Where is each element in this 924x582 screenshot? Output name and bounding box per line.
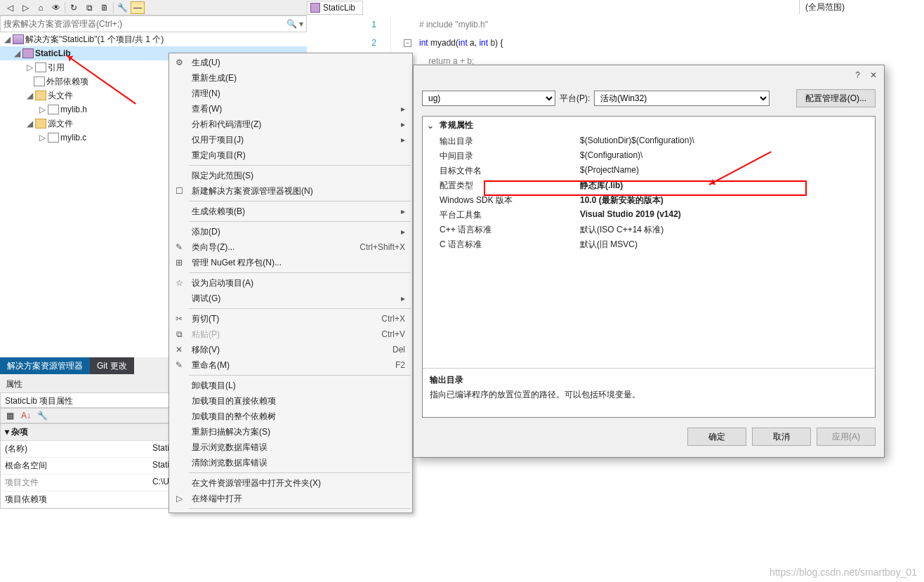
menu-item[interactable]: ✂剪切(T)Ctrl+X (169, 311, 412, 326)
search-icon: 🔍 ▾ (286, 19, 303, 29)
menu-icon: ✎ (172, 242, 186, 252)
apply-button[interactable]: 应用(A) (817, 428, 876, 446)
config-property-row[interactable]: 配置类型静态库(.lib) (423, 178, 875, 193)
scope-dropdown[interactable]: (全局范围) (799, 0, 850, 14)
menu-icon: ✂ (172, 314, 186, 324)
watermark: https://blog.csdn.net/smartboy_01 (770, 567, 917, 578)
menu-item[interactable]: 在文件资源管理器中打开文件夹(X) (169, 475, 412, 491)
config-property-row[interactable]: 中间目录$(Configuration)\ (423, 149, 875, 164)
ok-button[interactable]: 确定 (687, 428, 746, 446)
editor-tab-label: StaticLib (323, 3, 355, 13)
menu-icon: ✕ (172, 345, 186, 355)
menu-icon: ⧉ (172, 329, 186, 339)
menu-item[interactable]: 清除浏览数据库错误 (169, 455, 412, 470)
configuration-select[interactable]: ug) (422, 91, 555, 106)
menu-icon: ▷ (172, 494, 186, 503)
menu-item[interactable]: ✎类向导(Z)...Ctrl+Shift+X (169, 239, 412, 255)
menu-item[interactable]: 加载项目的直接依赖项 (169, 393, 412, 409)
fold-icon[interactable]: − (404, 39, 411, 47)
menu-item[interactable]: ☐新建解决方案资源管理器视图(N) (169, 183, 412, 199)
alpha-sort-icon[interactable]: A↓ (19, 409, 33, 422)
menu-item[interactable]: 调试(G)▸ (169, 291, 412, 306)
menu-item[interactable]: ✎重命名(M)F2 (169, 357, 412, 373)
property-pages-dialog: ? ✕ ug) 平台(P): 活动(Win32) 配置管理器(O)... ⌄常规… (413, 65, 885, 458)
menu-icon: ☐ (172, 186, 186, 196)
menu-icon: ☆ (172, 278, 186, 288)
properties-icon[interactable]: 🗎 (98, 1, 112, 14)
menu-item[interactable]: 重定向项目(R) (169, 147, 412, 163)
tab-solution-explorer[interactable]: 解决方案资源管理器 (0, 357, 90, 374)
home-icon[interactable]: ⌂ (34, 1, 48, 14)
prop-category-general[interactable]: ⌄常规属性 (423, 117, 875, 134)
menu-item[interactable]: 限定为此范围(S) (169, 168, 412, 183)
config-property-row[interactable]: 平台工具集Visual Studio 2019 (v142) (423, 208, 875, 223)
menu-icon: ⚙ (172, 58, 186, 67)
menu-item[interactable]: 显示浏览数据库错误 (169, 439, 412, 455)
menu-item[interactable]: ⧉粘贴(P)Ctrl+V (169, 326, 412, 342)
solution-explorer-toolbar: ◁ ▷ ⌂ 👁 ↻ ⧉ 🗎 🔧 — (0, 0, 307, 15)
config-property-row[interactable]: C++ 语言标准默认(ISO C++14 标准) (423, 223, 875, 237)
menu-item[interactable]: 生成依赖项(B)▸ (169, 204, 412, 219)
menu-item[interactable]: ▷在终端中打开 (169, 491, 412, 506)
tab-git-changes[interactable]: Git 更改 (90, 357, 134, 374)
menu-item[interactable]: 卸载项目(L) (169, 378, 412, 393)
editor-tab[interactable]: StaticLib (307, 1, 363, 15)
menu-icon: ✎ (172, 360, 186, 370)
categorized-icon[interactable]: ▦ (3, 409, 17, 422)
menu-item[interactable]: 添加(D)▸ (169, 224, 412, 239)
preview-icon[interactable]: — (131, 1, 145, 14)
close-icon[interactable]: ✕ (870, 70, 877, 80)
prop-wrench-icon[interactable]: 🔧 (35, 409, 49, 422)
forward-icon[interactable]: ▷ (18, 1, 32, 14)
cancel-button[interactable]: 取消 (752, 428, 811, 446)
menu-item[interactable]: ⊞管理 NuGet 程序包(N)... (169, 255, 412, 270)
context-menu: ⚙生成(U)重新生成(E)清理(N)查看(W)▸分析和代码清理(Z)▸仅用于项目… (169, 53, 413, 513)
config-property-row[interactable]: 目标文件名$(ProjectName) (423, 164, 875, 178)
menu-item[interactable]: 重新扫描解决方案(S) (169, 424, 412, 439)
menu-item[interactable]: 分析和代码清理(Z)▸ (169, 117, 412, 132)
config-property-row[interactable]: Windows SDK 版本10.0 (最新安装的版本) (423, 193, 875, 208)
config-manager-button[interactable]: 配置管理器(O)... (796, 89, 876, 107)
menu-item[interactable]: 加载项目的整个依赖树 (169, 409, 412, 424)
config-property-row[interactable]: 输出目录$(SolutionDir)$(Configuration)\ (423, 134, 875, 149)
menu-item[interactable]: ⚙生成(U) (169, 55, 412, 70)
menu-item[interactable]: 清理(N) (169, 86, 412, 101)
property-description: 输出目录 指向已编译程序的放置位置的路径。可以包括环境变量。 (423, 368, 875, 417)
wrench-icon[interactable]: 🔧 (115, 1, 129, 14)
menu-item[interactable]: ☆设为启动项目(A) (169, 275, 412, 291)
platform-select[interactable]: 活动(Win32) (594, 91, 770, 106)
property-pane: ⌄常规属性 输出目录$(SolutionDir)$(Configuration)… (422, 116, 876, 418)
refresh-icon[interactable]: ↻ (67, 1, 81, 14)
sync-icon[interactable]: 👁 (49, 1, 63, 14)
cpp-project-icon (310, 3, 320, 13)
menu-item[interactable]: 重新生成(E) (169, 70, 412, 86)
platform-label: 平台(P): (560, 93, 590, 105)
menu-icon: ⊞ (172, 258, 186, 267)
solution-search[interactable]: 搜索解决方案资源管理器(Ctrl+;) 🔍 ▾ (0, 15, 307, 32)
show-all-icon[interactable]: ⧉ (82, 1, 96, 14)
config-property-row[interactable]: C 语言标准默认(旧 MSVC) (423, 237, 875, 252)
menu-item[interactable]: 查看(W)▸ (169, 101, 412, 117)
back-icon[interactable]: ◁ (3, 1, 17, 14)
help-icon[interactable]: ? (855, 70, 860, 80)
menu-item[interactable]: 仅用于项目(J)▸ (169, 132, 412, 147)
solution-node[interactable]: ◢解决方案"StaticLib"(1 个项目/共 1 个) (0, 32, 307, 46)
menu-item[interactable]: ✕移除(V)Del (169, 342, 412, 357)
search-placeholder: 搜索解决方案资源管理器(Ctrl+;) (4, 18, 122, 30)
